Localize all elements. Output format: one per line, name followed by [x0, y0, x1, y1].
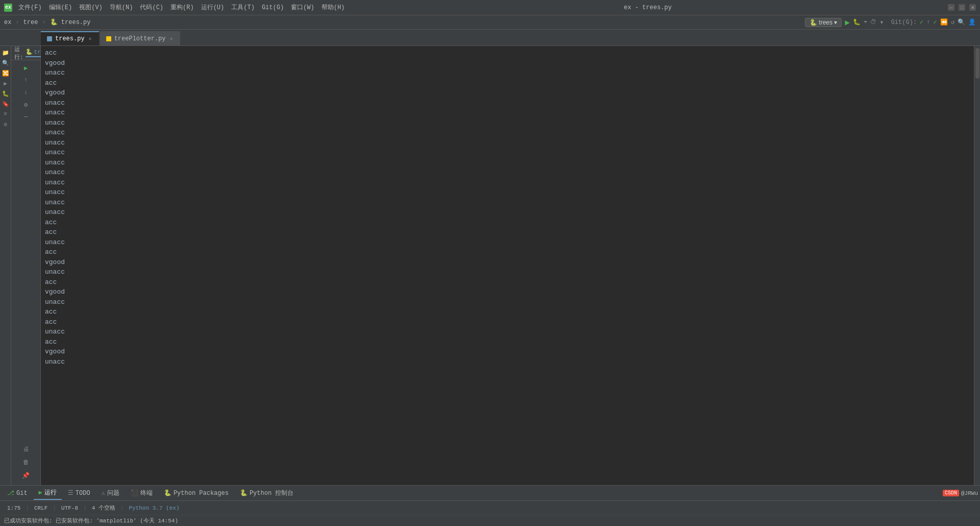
project-icon[interactable]: 📁 [1, 48, 10, 57]
run-up-btn[interactable]: ↑ [20, 75, 32, 86]
console-line: unacc [45, 68, 970, 78]
git-sidebar-icon[interactable]: 🔀 [1, 68, 10, 78]
minimize-button[interactable]: ─ [948, 4, 954, 11]
bottom-tab-run[interactable]: ▶ 运行 [34, 486, 62, 500]
encoding[interactable]: UTF-8 [58, 505, 81, 511]
tab-bar: trees.py ✕ treePlotter.py ✕ [0, 30, 980, 46]
right-scrollbar[interactable] [974, 46, 980, 485]
console-output[interactable]: accvgoodunaccaccvgoodunaccunaccunaccunac… [41, 46, 974, 485]
python-console-icon: 🐍 [240, 489, 248, 497]
git-status: Git(G): [891, 19, 917, 26]
console-line: unacc [45, 158, 970, 168]
console-line: acc [45, 48, 970, 58]
message-bar: 已成功安装软件包: 已安装软件包: 'matplotlib' (今天 14:54… [0, 515, 980, 526]
py-icon [47, 36, 52, 41]
debug-button[interactable]: 🐛 [853, 18, 861, 26]
bottom-tab-issue-label: 问题 [107, 489, 119, 497]
scroll-thumb[interactable] [975, 48, 979, 79]
tab-trees-close[interactable]: ✕ [88, 36, 93, 42]
run-pin-btn[interactable]: 📌 [20, 470, 32, 481]
run-settings-btn[interactable]: ⚙ [20, 99, 32, 110]
menu-git[interactable]: Git(G) [259, 3, 287, 12]
issue-bottom-icon: ⚠ [102, 489, 105, 497]
python-version-value: Python 3.7 (ex) [129, 505, 179, 511]
cursor-position[interactable]: 1:75 [4, 505, 23, 511]
run-panel-header: 运行: 🐍 trees × [11, 46, 40, 60]
bottom-tab-terminal[interactable]: ⬛ 终端 [126, 487, 158, 499]
console-line: unacc [45, 178, 970, 188]
menu-view[interactable]: 视图(V) [76, 2, 106, 13]
menu-navigate[interactable]: 导航(N) [107, 2, 136, 13]
run-print-btn[interactable]: 🖨 [20, 443, 32, 455]
menu-window[interactable]: 窗口(W) [288, 2, 317, 13]
line-ending[interactable]: CRLF [31, 505, 51, 511]
tab-trees-py[interactable]: trees.py ✕ [41, 31, 99, 45]
run-close-btn[interactable]: — [20, 111, 32, 123]
structure-sidebar-icon[interactable]: ≡ [1, 109, 10, 118]
debug-sidebar-icon[interactable]: 🐛 [1, 89, 10, 98]
menu-bar: 文件(F) 编辑(E) 视图(V) 导航(N) 代码(C) 重构(R) 运行(U… [15, 2, 348, 13]
run-button[interactable]: ▶ [845, 17, 850, 28]
console-line: acc [45, 218, 970, 228]
maximize-button[interactable]: □ [959, 4, 965, 11]
run-panel-bottom: 🖨 🗑 📌 [11, 443, 40, 485]
user-icon[interactable]: 👤 [968, 18, 976, 26]
run-trash-btn[interactable]: 🗑 [20, 457, 32, 468]
indent-value: 4 个空格 [92, 504, 115, 512]
menu-run[interactable]: 运行(U) [198, 2, 228, 13]
bookmark-sidebar-icon[interactable]: 🔖 [1, 99, 10, 108]
profile-button[interactable]: ⏱ [870, 18, 876, 26]
console-line: unacc [45, 98, 970, 108]
menu-edit[interactable]: 编辑(E) [46, 2, 76, 13]
search-icon[interactable]: 🔍 [958, 18, 965, 26]
console-line: unacc [45, 327, 970, 337]
app-icon: ex [4, 4, 12, 12]
settings-sidebar-icon[interactable]: ⚙ [1, 119, 10, 129]
git-revert: ↺ [951, 18, 954, 26]
coverage-button[interactable]: ☂ [864, 18, 867, 26]
bottom-tab-run-label: 运行 [44, 488, 57, 497]
menu-code[interactable]: 代码(C) [137, 2, 166, 13]
bottom-tab-python-console[interactable]: 🐍 Python 控制台 [235, 487, 299, 499]
tab-trees-label: trees.py [55, 35, 85, 42]
close-button[interactable]: ✕ [969, 4, 976, 11]
bottom-tab-git[interactable]: ⎇ Git [2, 487, 33, 499]
bottom-bar: ⎇ Git ▶ 运行 ☰ TODO ⚠ 问题 ⬛ 终端 🐍 Python Pac… [0, 485, 980, 500]
menu-help[interactable]: 帮助(H) [318, 2, 348, 13]
breadcrumb-file[interactable]: 🐍 trees.py [50, 18, 91, 26]
run-down-btn[interactable]: ↓ [20, 87, 32, 98]
indent[interactable]: 4 个空格 [89, 504, 118, 512]
bottom-tab-todo[interactable]: ☰ TODO [63, 487, 95, 499]
run-config-button[interactable]: 🐍 trees ▾ [805, 18, 842, 27]
window-controls: ─ □ ✕ [948, 4, 976, 11]
console-line: vgood [45, 88, 970, 98]
cursor-pos-value: 1:75 [7, 505, 20, 511]
corner-right: CSDN @JRWu [943, 490, 978, 496]
bottom-tab-python-packages[interactable]: 🐍 Python Packages [159, 487, 234, 499]
terminal-bottom-icon: ⬛ [131, 489, 138, 497]
console-line: unacc [45, 297, 970, 307]
tab-treeplotter-close[interactable]: ✕ [168, 36, 174, 42]
run-sidebar-icon[interactable]: ▶ [1, 79, 10, 88]
menu-file[interactable]: 文件(F) [15, 2, 45, 13]
python-version[interactable]: Python 3.7 (ex) [126, 505, 182, 511]
console-line: vgood [45, 287, 970, 297]
menu-refactor[interactable]: 重构(R) [167, 2, 197, 13]
console-line: acc [45, 307, 970, 317]
more-button[interactable]: ▾ [879, 18, 884, 27]
find-icon[interactable]: 🔍 [1, 58, 10, 67]
menu-tools[interactable]: 工具(T) [228, 2, 258, 13]
console-line: acc [45, 78, 970, 88]
run-play-btn[interactable]: ▶ [20, 62, 32, 74]
console-line: acc [45, 317, 970, 327]
bottom-tab-issue[interactable]: ⚠ 问题 [96, 487, 125, 499]
git-arrow-up: ↑ [926, 19, 930, 26]
nav-right: 🐍 trees ▾ ▶ 🐛 ☂ ⏱ ▾ Git(G): ✓ ↑ ✓ ⏪ ↺ 🔍 … [805, 17, 976, 28]
console-line: unacc [45, 187, 970, 198]
run-panel: 运行: 🐍 trees × ▶ ↑ ↓ ⚙ — 🖨 🗑 📌 [11, 46, 41, 485]
breadcrumb-tree[interactable]: tree [23, 19, 38, 26]
line-ending-value: CRLF [34, 505, 47, 511]
breadcrumb-ex[interactable]: ex [4, 19, 11, 26]
tab-treeplotter-py[interactable]: treePlotter.py ✕ [100, 31, 180, 45]
console-line: unacc [45, 267, 970, 277]
